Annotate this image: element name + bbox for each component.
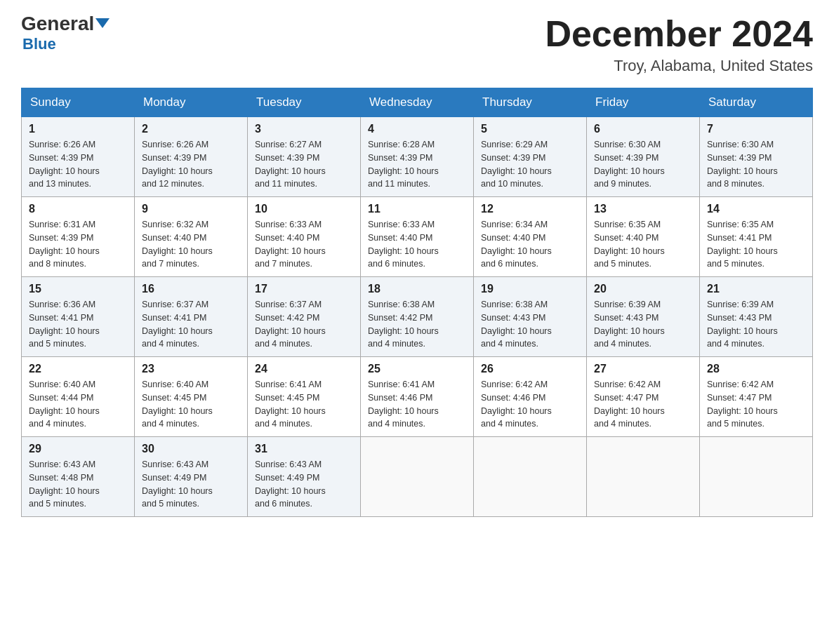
sunrise-label: Sunrise: 6:33 AM (368, 220, 435, 229)
day-info: Sunrise: 6:34 AMSunset: 4:40 PMDaylight:… (481, 218, 579, 271)
day-number: 26 (481, 363, 579, 375)
sunset-label: Sunset: 4:39 PM (594, 153, 658, 163)
table-row: 6Sunrise: 6:30 AMSunset: 4:39 PMDaylight… (587, 117, 700, 197)
day-number: 3 (255, 123, 353, 135)
daylight-minutes: and 4 minutes. (29, 419, 86, 429)
day-number: 12 (481, 203, 579, 215)
sunrise-label: Sunrise: 6:26 AM (142, 140, 208, 149)
day-number: 30 (142, 443, 240, 455)
sunrise-label: Sunrise: 6:28 AM (368, 140, 435, 149)
daylight-minutes: and 4 minutes. (255, 339, 312, 349)
sunset-label: Sunset: 4:44 PM (29, 393, 93, 403)
sunrise-label: Sunrise: 6:33 AM (255, 220, 322, 229)
logo-general: General (21, 13, 94, 34)
sunset-label: Sunset: 4:39 PM (707, 153, 772, 163)
table-row: 20Sunrise: 6:39 AMSunset: 4:43 PMDayligh… (587, 277, 700, 357)
sunrise-label: Sunrise: 6:27 AM (255, 140, 322, 149)
daylight-minutes: and 5 minutes. (707, 419, 764, 429)
sunrise-label: Sunrise: 6:39 AM (707, 300, 774, 309)
table-row: 24Sunrise: 6:41 AMSunset: 4:45 PMDayligh… (248, 357, 361, 437)
table-row: 30Sunrise: 6:43 AMSunset: 4:49 PMDayligh… (135, 437, 248, 517)
daylight-label: Daylight: 10 hours (142, 166, 213, 176)
col-sunday: Sunday (22, 88, 135, 117)
day-info: Sunrise: 6:42 AMSunset: 4:46 PMDaylight:… (481, 378, 579, 431)
sunrise-label: Sunrise: 6:31 AM (29, 220, 95, 229)
daylight-label: Daylight: 10 hours (481, 246, 552, 256)
calendar-week-row: 1Sunrise: 6:26 AMSunset: 4:39 PMDaylight… (22, 117, 813, 197)
table-row: 31Sunrise: 6:43 AMSunset: 4:49 PMDayligh… (248, 437, 361, 517)
daylight-label: Daylight: 10 hours (29, 326, 100, 336)
sunrise-label: Sunrise: 6:42 AM (707, 380, 774, 389)
table-row: 27Sunrise: 6:42 AMSunset: 4:47 PMDayligh… (587, 357, 700, 437)
sunrise-label: Sunrise: 6:36 AM (29, 300, 95, 309)
day-number: 29 (29, 443, 127, 455)
table-row: 8Sunrise: 6:31 AMSunset: 4:39 PMDaylight… (22, 197, 135, 277)
daylight-minutes: and 12 minutes. (142, 179, 204, 189)
calendar-title: December 2024 (545, 14, 813, 54)
sunrise-label: Sunrise: 6:38 AM (481, 300, 548, 309)
daylight-label: Daylight: 10 hours (594, 326, 665, 336)
sunset-label: Sunset: 4:40 PM (481, 233, 545, 243)
sunset-label: Sunset: 4:41 PM (142, 313, 206, 323)
daylight-label: Daylight: 10 hours (368, 246, 439, 256)
daylight-minutes: and 8 minutes. (707, 179, 764, 189)
sunset-label: Sunset: 4:40 PM (142, 233, 206, 243)
sunrise-label: Sunrise: 6:34 AM (481, 220, 548, 229)
col-tuesday: Tuesday (248, 88, 361, 117)
col-wednesday: Wednesday (361, 88, 474, 117)
day-info: Sunrise: 6:43 AMSunset: 4:49 PMDaylight:… (255, 458, 353, 511)
table-row: 17Sunrise: 6:37 AMSunset: 4:42 PMDayligh… (248, 277, 361, 357)
daylight-minutes: and 13 minutes. (29, 179, 91, 189)
day-number: 8 (29, 203, 127, 215)
calendar-week-row: 15Sunrise: 6:36 AMSunset: 4:41 PMDayligh… (22, 277, 813, 357)
table-row: 14Sunrise: 6:35 AMSunset: 4:41 PMDayligh… (700, 197, 813, 277)
day-info: Sunrise: 6:28 AMSunset: 4:39 PMDaylight:… (368, 138, 466, 191)
sunset-label: Sunset: 4:39 PM (29, 153, 93, 163)
sunset-label: Sunset: 4:47 PM (594, 393, 658, 403)
sunrise-label: Sunrise: 6:39 AM (594, 300, 661, 309)
day-number: 7 (707, 123, 805, 135)
daylight-minutes: and 7 minutes. (142, 259, 199, 269)
calendar-table: Sunday Monday Tuesday Wednesday Thursday… (21, 88, 813, 517)
sunset-label: Sunset: 4:40 PM (594, 233, 658, 243)
sunrise-label: Sunrise: 6:43 AM (255, 459, 322, 469)
day-number: 15 (29, 283, 127, 295)
sunset-label: Sunset: 4:39 PM (368, 153, 432, 163)
day-number: 25 (368, 363, 466, 375)
day-number: 17 (255, 283, 353, 295)
day-info: Sunrise: 6:30 AMSunset: 4:39 PMDaylight:… (594, 138, 692, 191)
day-info: Sunrise: 6:37 AMSunset: 4:41 PMDaylight:… (142, 298, 240, 351)
table-row: 4Sunrise: 6:28 AMSunset: 4:39 PMDaylight… (361, 117, 474, 197)
daylight-label: Daylight: 10 hours (255, 166, 326, 176)
daylight-label: Daylight: 10 hours (594, 406, 665, 416)
day-number: 1 (29, 123, 127, 135)
daylight-label: Daylight: 10 hours (707, 406, 778, 416)
day-number: 9 (142, 203, 240, 215)
day-info: Sunrise: 6:26 AMSunset: 4:39 PMDaylight:… (142, 138, 240, 191)
day-info: Sunrise: 6:35 AMSunset: 4:40 PMDaylight:… (594, 218, 692, 271)
day-info: Sunrise: 6:42 AMSunset: 4:47 PMDaylight:… (707, 378, 805, 431)
daylight-minutes: and 5 minutes. (594, 259, 651, 269)
day-info: Sunrise: 6:43 AMSunset: 4:49 PMDaylight:… (142, 458, 240, 511)
sunrise-label: Sunrise: 6:42 AM (594, 380, 661, 389)
sunset-label: Sunset: 4:40 PM (255, 233, 319, 243)
table-row (700, 437, 813, 517)
day-info: Sunrise: 6:32 AMSunset: 4:40 PMDaylight:… (142, 218, 240, 271)
page-header: General Blue December 2024 Troy, Alabama… (21, 14, 813, 75)
sunset-label: Sunset: 4:46 PM (481, 393, 545, 403)
sunrise-label: Sunrise: 6:43 AM (142, 459, 208, 469)
day-number: 2 (142, 123, 240, 135)
sunrise-label: Sunrise: 6:38 AM (368, 300, 435, 309)
day-info: Sunrise: 6:33 AMSunset: 4:40 PMDaylight:… (255, 218, 353, 271)
daylight-minutes: and 4 minutes. (594, 419, 651, 429)
daylight-label: Daylight: 10 hours (29, 246, 100, 256)
daylight-minutes: and 7 minutes. (255, 259, 312, 269)
table-row: 25Sunrise: 6:41 AMSunset: 4:46 PMDayligh… (361, 357, 474, 437)
daylight-minutes: and 11 minutes. (255, 179, 317, 189)
daylight-label: Daylight: 10 hours (142, 486, 213, 496)
sunrise-label: Sunrise: 6:29 AM (481, 140, 548, 149)
day-number: 13 (594, 203, 692, 215)
day-info: Sunrise: 6:38 AMSunset: 4:43 PMDaylight:… (481, 298, 579, 351)
sunset-label: Sunset: 4:39 PM (481, 153, 545, 163)
table-row: 1Sunrise: 6:26 AMSunset: 4:39 PMDaylight… (22, 117, 135, 197)
